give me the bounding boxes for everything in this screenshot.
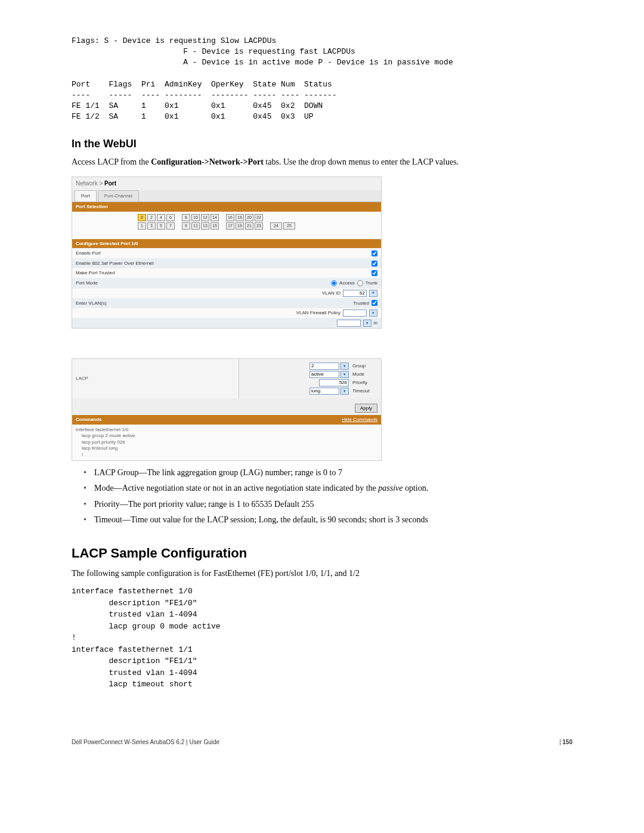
cmd-line-1: lacp group 2 mode active — [82, 433, 377, 439]
input-lacp-mode[interactable]: active — [309, 371, 339, 378]
port-21[interactable]: 21 — [245, 222, 253, 230]
port-2[interactable]: 2 — [147, 214, 156, 221]
cmd-line-4: ! — [82, 452, 377, 458]
label-enable-port: Enable Port — [76, 250, 101, 257]
label-lacp-priority: Priority — [352, 379, 377, 386]
label-lacp-mode: Mode — [352, 371, 377, 378]
dropdown-lacp-mode[interactable] — [340, 371, 349, 378]
footer-page-number: 150 — [562, 739, 572, 745]
input-in[interactable] — [337, 320, 361, 327]
label-access: Access — [339, 280, 355, 287]
port-3[interactable]: 3 — [147, 222, 156, 230]
port-16[interactable]: 16 — [226, 214, 234, 221]
port-row-top: 0 2 4 6 8 10 12 14 16 18 20 22 — [138, 214, 381, 221]
port-18[interactable]: 18 — [236, 214, 244, 221]
webui-intro-pre: Access LACP from the — [72, 157, 151, 166]
bullet-mode: Mode—Active negotiation state or not in … — [83, 482, 572, 494]
radio-access[interactable] — [331, 280, 337, 286]
dropdown-fw-policy[interactable] — [369, 309, 377, 317]
label-vlan-id: VLAN ID — [322, 290, 340, 297]
lacp-row-timeout: long Timeout — [243, 388, 377, 395]
commands-body: interface fastethernet 1/0 lacp group 2 … — [72, 425, 381, 460]
port-9[interactable]: 9 — [182, 222, 190, 230]
heading-in-the-webui: In the WebUI — [72, 136, 572, 151]
port-12[interactable]: 12 — [201, 214, 209, 221]
webui-intro-post: tabs. Use the drop down menus to enter t… — [264, 157, 459, 166]
lacp-row-priority: 526 Priority — [243, 379, 377, 386]
webui-lacp-panel: LACP 2 Group active Mode — [72, 358, 382, 461]
tab-port[interactable]: Port — [75, 190, 97, 202]
port-row-bottom: 1 3 5 7 9 11 13 15 17 19 21 23 24 25 — [138, 222, 381, 230]
label-make-trusted: Make Port Trusted — [76, 270, 114, 277]
bullet-priority: Priority—The port priority value; range … — [83, 498, 572, 510]
input-vlan-id[interactable] — [343, 290, 367, 297]
port-17[interactable]: 17 — [226, 222, 234, 230]
port-6[interactable]: 6 — [166, 214, 175, 221]
label-poe: Enable 802.3af Power Over Ethernet — [76, 260, 154, 267]
port-10[interactable]: 10 — [191, 214, 200, 221]
apply-bar: Apply — [72, 398, 381, 415]
port-7[interactable]: 7 — [166, 222, 175, 230]
row-enter-vlans: Enter VLAN(s) Trusted — [72, 298, 381, 308]
port-24[interactable]: 24 — [270, 222, 282, 230]
port-selection-header: Port Selection — [72, 202, 381, 212]
label-lacp-timeout: Timeout — [352, 388, 377, 395]
port-20[interactable]: 20 — [245, 214, 253, 221]
port-0[interactable]: 0 — [138, 214, 146, 221]
label-port-mode: Port Mode — [76, 280, 98, 287]
port-14[interactable]: 14 — [210, 214, 219, 221]
input-lacp-priority[interactable]: 526 — [319, 379, 349, 386]
port-5[interactable]: 5 — [157, 222, 165, 230]
port-23[interactable]: 23 — [255, 222, 263, 230]
cli-output-flags-table: Flags: S - Device is requesting Slow LAC… — [72, 36, 572, 123]
bullet-timeout: Timeout—Time out value for the LACP sess… — [83, 514, 572, 526]
port-25[interactable]: 25 — [283, 222, 295, 230]
lacp-options-list: LACP Group—The link aggregation group (L… — [83, 467, 572, 526]
footer-guide-title: Dell PowerConnect W-Series ArubaOS 6.2 |… — [72, 738, 219, 747]
breadcrumb-current: Port — [104, 180, 116, 187]
dropdown-in[interactable] — [363, 320, 371, 327]
webui-port-panel: Network > Port Port Port-Channel Port Se… — [72, 176, 382, 329]
dropdown-lacp-group[interactable] — [340, 363, 349, 370]
label-trusted-inline: Trusted — [353, 300, 369, 307]
lacp-config-box: LACP 2 Group active Mode — [72, 358, 382, 461]
label-lacp-group: Group — [352, 363, 377, 370]
footer-right: | 150 — [559, 738, 572, 747]
checkbox-poe[interactable] — [371, 261, 377, 267]
port-11[interactable]: 11 — [191, 222, 200, 230]
row-in: in — [72, 318, 381, 328]
label-fw-policy: VLAN Firewall Policy — [296, 309, 340, 317]
row-vlan-id: VLAN ID — [72, 288, 381, 298]
row-port-mode: Port Mode Access Trunk — [72, 278, 381, 288]
port-1[interactable]: 1 — [138, 222, 146, 230]
row-make-trusted: Make Port Trusted — [72, 268, 381, 278]
port-22[interactable]: 22 — [255, 214, 263, 221]
checkbox-make-trusted[interactable] — [371, 270, 377, 276]
tab-port-channel[interactable]: Port-Channel — [98, 190, 139, 202]
checkbox-enable-port[interactable] — [371, 250, 377, 256]
port-13[interactable]: 13 — [201, 222, 209, 230]
port-8[interactable]: 8 — [182, 214, 190, 221]
page-footer: Dell PowerConnect W-Series ArubaOS 6.2 |… — [72, 738, 572, 747]
input-fw-policy[interactable] — [343, 309, 367, 317]
lacp-row-mode: active Mode — [243, 371, 377, 378]
checkbox-vlan-trusted[interactable] — [371, 300, 377, 306]
lacp-row-group: 2 Group — [243, 363, 377, 370]
radio-trunk[interactable] — [357, 280, 363, 286]
webui-path: Configuration->Network->Port — [151, 157, 264, 166]
port-4[interactable]: 4 — [157, 214, 165, 221]
port-19[interactable]: 19 — [236, 222, 244, 230]
configure-port-header: Configure Selected Port 1/0 — [72, 239, 381, 249]
apply-button[interactable]: Apply — [355, 404, 377, 413]
label-in: in — [374, 320, 377, 327]
row-fw-policy: VLAN Firewall Policy — [72, 308, 381, 318]
hide-commands-link[interactable]: Hide Commands — [342, 416, 377, 423]
input-lacp-timeout[interactable]: long — [309, 388, 339, 395]
input-lacp-group[interactable]: 2 — [309, 363, 339, 370]
breadcrumb-pre: Network > — [76, 180, 104, 187]
dropdown-vlan-id[interactable] — [369, 290, 377, 297]
commands-header: Commands Hide Commands — [72, 415, 381, 425]
label-enter-vlans: Enter VLAN(s) — [76, 300, 107, 307]
port-15[interactable]: 15 — [210, 222, 219, 230]
dropdown-lacp-timeout[interactable] — [340, 388, 349, 395]
